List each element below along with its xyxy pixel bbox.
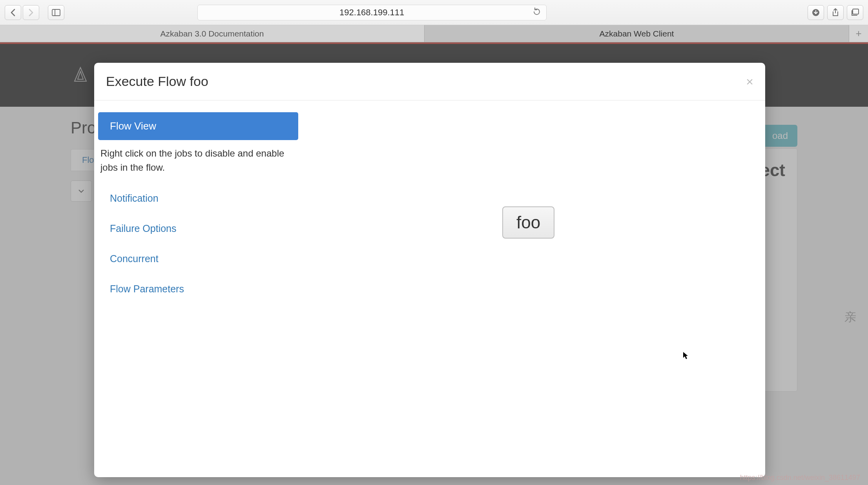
job-node-foo[interactable]: foo bbox=[502, 206, 554, 239]
sidebar-icon bbox=[52, 9, 60, 16]
back-button[interactable] bbox=[5, 5, 21, 20]
modal-body: Flow View Right click on the jobs to dis… bbox=[94, 100, 765, 477]
close-button[interactable]: × bbox=[746, 75, 753, 88]
download-icon bbox=[811, 8, 820, 17]
sidebar-item-concurrent[interactable]: Concurrent bbox=[98, 247, 298, 271]
tabs-button[interactable] bbox=[847, 5, 863, 20]
browser-toolbar: 192.168.199.111 bbox=[0, 0, 868, 25]
address-bar[interactable]: 192.168.199.111 bbox=[197, 5, 547, 20]
tab-label: Azkaban 3.0 Documentation bbox=[160, 29, 264, 38]
share-icon bbox=[832, 8, 839, 17]
sidebar-item-notification[interactable]: Notification bbox=[98, 186, 298, 210]
new-tab-button[interactable]: + bbox=[849, 25, 868, 42]
watermark-url: https://blog.csdn.net/weixin_38611497 bbox=[740, 474, 860, 482]
sidebar-item-label: Notification bbox=[110, 193, 159, 204]
flow-graph-area[interactable]: foo bbox=[306, 100, 765, 477]
execute-flow-modal: Execute Flow foo × Flow View Right click… bbox=[94, 63, 765, 477]
content-wrapper: Pro Flow oad ect Execute Flow foo × Flow… bbox=[0, 42, 868, 485]
sidebar-item-label: Flow View bbox=[110, 120, 156, 132]
tabs-icon bbox=[851, 9, 859, 16]
modal-title: Execute Flow foo bbox=[106, 74, 208, 89]
forward-button[interactable] bbox=[23, 5, 39, 20]
flow-view-hint: Right click on the jobs to disable and e… bbox=[98, 146, 298, 175]
sidebar-item-failure-options[interactable]: Failure Options bbox=[98, 217, 298, 241]
watermark-icon: 亲 bbox=[844, 309, 856, 325]
reload-button[interactable] bbox=[533, 7, 541, 18]
tab-azkaban-web-client[interactable]: Azkaban Web Client bbox=[425, 25, 849, 42]
downloads-button[interactable] bbox=[808, 5, 824, 20]
svg-rect-0 bbox=[52, 9, 60, 16]
sidebar-item-label: Failure Options bbox=[110, 223, 177, 234]
sidebar-item-label: Concurrent bbox=[110, 253, 159, 264]
sidebar-item-flow-view[interactable]: Flow View bbox=[98, 112, 298, 140]
right-toolbar-group bbox=[808, 5, 863, 20]
tab-bar: Azkaban 3.0 Documentation Azkaban Web Cl… bbox=[0, 25, 868, 42]
chevron-right-icon bbox=[28, 9, 34, 16]
url-text: 192.168.199.111 bbox=[339, 7, 404, 18]
svg-rect-3 bbox=[853, 9, 859, 14]
sidebar-item-flow-parameters[interactable]: Flow Parameters bbox=[98, 277, 298, 301]
modal-sidebar: Flow View Right click on the jobs to dis… bbox=[94, 100, 306, 477]
cursor-icon bbox=[683, 352, 689, 362]
job-node-label: foo bbox=[516, 213, 540, 232]
share-button[interactable] bbox=[827, 5, 844, 20]
nav-buttons-group bbox=[5, 5, 39, 20]
sidebar-item-label: Flow Parameters bbox=[110, 283, 184, 294]
tab-azkaban-docs[interactable]: Azkaban 3.0 Documentation bbox=[0, 25, 425, 42]
tab-label: Azkaban Web Client bbox=[600, 29, 674, 38]
modal-header: Execute Flow foo × bbox=[94, 63, 765, 100]
sidebar-toggle-button[interactable] bbox=[48, 5, 64, 20]
chevron-left-icon bbox=[10, 9, 16, 16]
reload-icon bbox=[533, 7, 541, 16]
